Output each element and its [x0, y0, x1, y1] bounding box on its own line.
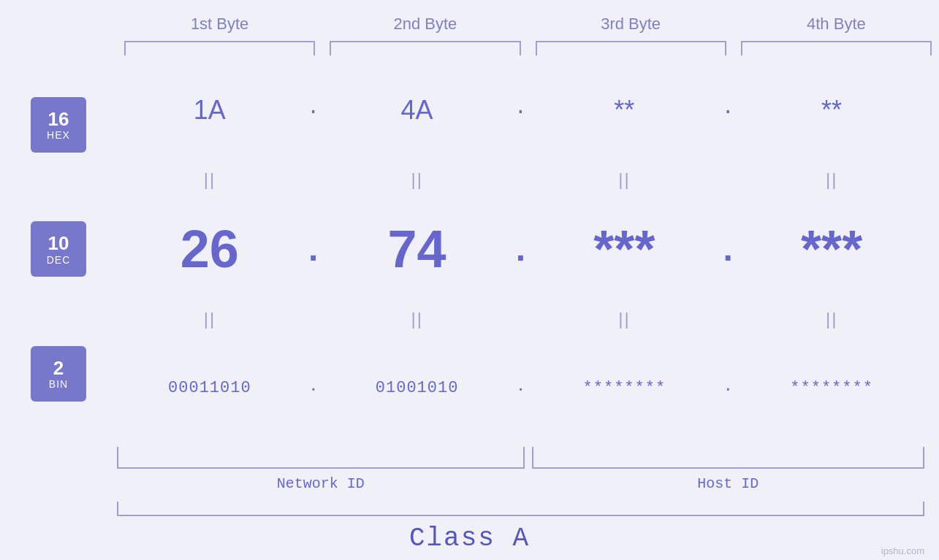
- dec-b2-value: 74: [388, 219, 446, 279]
- id-labels-row: Network ID Host ID: [117, 469, 939, 498]
- hex-b1-cell: 1A: [117, 95, 303, 126]
- main-content: 16 HEX 10 DEC 2 BIN 1A .: [0, 55, 939, 443]
- dec-b1-value: 26: [180, 219, 239, 279]
- byte1-top-bracket: [124, 41, 315, 55]
- byte2-top-bracket: [330, 41, 520, 55]
- bin-b4-value: ********: [790, 379, 873, 397]
- bin-b3-value: ********: [583, 379, 666, 397]
- bin-row: 00011010 . 01001010 . ******** .: [117, 334, 939, 443]
- hex-number: 16: [48, 109, 69, 130]
- dec-b4-cell: ***: [739, 219, 924, 279]
- bin-dot2: .: [510, 380, 532, 396]
- watermark: ipshu.com: [881, 545, 924, 556]
- bin-badge: 2 BIN: [31, 346, 86, 402]
- dec-b2-cell: 74: [324, 219, 510, 279]
- values-grid: 1A . 4A . ** . **: [117, 55, 939, 443]
- bin-number: 2: [53, 358, 64, 379]
- bin-dot1: .: [303, 380, 324, 396]
- hex-badge: 16 HEX: [31, 97, 86, 153]
- hex-b2-value: 4A: [401, 95, 433, 126]
- bin-b2-value: 01001010: [376, 379, 459, 397]
- bin-b3-cell: ********: [532, 379, 718, 397]
- eq2-b2: ||: [324, 309, 510, 329]
- hex-b4-value: **: [821, 95, 842, 126]
- eq2-b3: ||: [532, 309, 718, 329]
- dec-row: 26 . 74 . *** . ***: [117, 194, 939, 304]
- dec-b4-value: ***: [801, 219, 862, 279]
- dec-number: 10: [48, 233, 69, 254]
- bin-label: BIN: [49, 378, 68, 390]
- main-container: 1st Byte 2nd Byte 3rd Byte 4th Byte 16 H…: [0, 0, 939, 560]
- byte4-header: 4th Byte: [734, 15, 939, 41]
- class-row: Class A ipshu.com: [0, 516, 939, 560]
- eq1-b3: ||: [532, 169, 718, 190]
- class-label: Class A: [409, 523, 530, 553]
- dec-dot2: .: [510, 228, 532, 271]
- top-bracket-row: [117, 41, 939, 55]
- dec-label: DEC: [47, 254, 71, 266]
- bin-b2-cell: 01001010: [324, 379, 510, 397]
- eq2-b1: ||: [117, 309, 303, 329]
- byte-headers-row: 1st Byte 2nd Byte 3rd Byte 4th Byte: [117, 15, 939, 41]
- eq1-b1: ||: [117, 169, 303, 190]
- hex-b4-cell: **: [739, 95, 924, 126]
- dec-b1-cell: 26: [117, 219, 303, 279]
- network-bottom-bracket: [117, 447, 525, 469]
- dec-dot3: .: [717, 228, 739, 271]
- bin-b1-cell: 00011010: [117, 379, 303, 397]
- hex-b1-value: 1A: [194, 95, 226, 126]
- dec-b3-value: ***: [593, 219, 655, 279]
- byte4-top-bracket: [741, 41, 932, 55]
- byte3-top-bracket: [536, 41, 726, 55]
- hex-row: 1A . 4A . ** . **: [117, 55, 939, 165]
- full-bottom-bracket: [117, 502, 924, 516]
- dec-b3-cell: ***: [532, 219, 718, 279]
- hex-label: HEX: [47, 129, 70, 141]
- eq2-b4: ||: [739, 309, 924, 329]
- bin-b4-cell: ********: [739, 379, 924, 397]
- eq1-b2: ||: [324, 169, 510, 190]
- host-id-label: Host ID: [532, 475, 925, 492]
- byte1-header: 1st Byte: [117, 15, 322, 41]
- dec-badge: 10 DEC: [31, 221, 86, 277]
- dec-dot1: .: [303, 228, 324, 271]
- network-id-label: Network ID: [117, 475, 525, 492]
- bin-dot3: .: [717, 380, 739, 396]
- bottom-brackets-row: [117, 447, 939, 469]
- byte3-header: 3rd Byte: [528, 15, 734, 41]
- hex-b2-cell: 4A: [324, 95, 510, 126]
- bin-b1-value: 00011010: [168, 379, 251, 397]
- host-bottom-bracket: [532, 447, 925, 469]
- equals-row-2: || || || ||: [117, 304, 939, 334]
- byte2-header: 2nd Byte: [322, 15, 528, 41]
- equals-row-1: || || || ||: [117, 165, 939, 194]
- hex-dot2: .: [510, 102, 532, 119]
- hex-b3-cell: **: [532, 95, 718, 126]
- hex-dot1: .: [303, 102, 324, 119]
- hex-dot3: .: [717, 102, 739, 119]
- base-labels-column: 16 HEX 10 DEC 2 BIN: [0, 55, 117, 443]
- hex-b3-value: **: [614, 95, 634, 126]
- eq1-b4: ||: [739, 169, 924, 190]
